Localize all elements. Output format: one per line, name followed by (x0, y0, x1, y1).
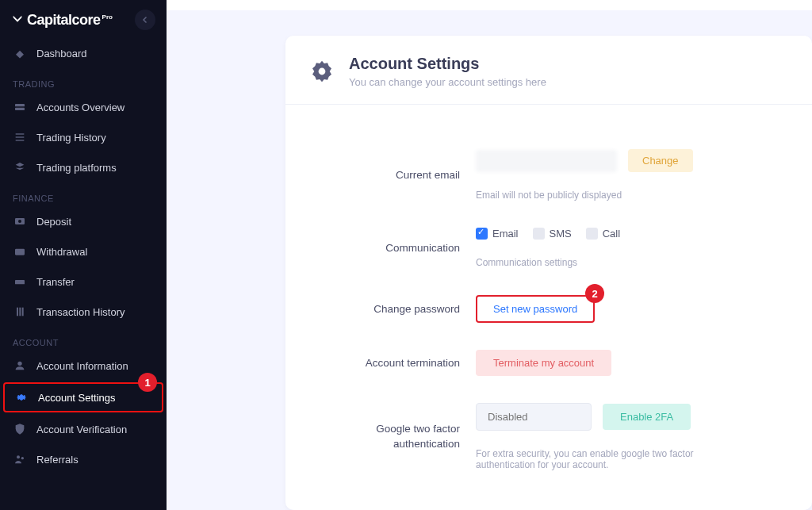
sidebar-item-trading-platforms[interactable]: Trading platforms (0, 152, 167, 182)
svg-point-6 (18, 220, 21, 223)
change-email-button[interactable]: Change (628, 149, 693, 172)
twofa-hint: For extra security, you can enable googl… (476, 448, 745, 470)
logo[interactable]: Capitalcore Pro (11, 12, 113, 29)
label-communication: Communication (317, 242, 476, 254)
platforms-icon (13, 160, 27, 174)
svg-rect-2 (16, 133, 25, 134)
sidebar-item-label: Deposit (36, 216, 71, 228)
sidebar-item-transaction-history[interactable]: Transaction History (0, 297, 167, 327)
communication-hint: Communication settings (476, 257, 780, 268)
logo-pro-badge: Pro (102, 13, 113, 21)
gear-icon (309, 59, 335, 84)
sidebar-item-label: Dashboard (36, 48, 87, 59)
sidebar-item-withdrawal[interactable]: Withdrawal (0, 236, 167, 267)
sidebar-collapse-button[interactable] (135, 10, 155, 30)
svg-point-15 (319, 68, 326, 75)
checkbox-label: Email (492, 228, 519, 240)
row-communication: Communication Email SMS (317, 228, 780, 268)
sidebar-item-account-settings[interactable]: 1 Account Settings (3, 382, 163, 412)
checkbox-email[interactable]: Email (476, 228, 519, 240)
sidebar-item-transfer[interactable]: Transfer (0, 267, 167, 297)
history-icon (13, 130, 27, 144)
sidebar-item-label: Trading platforms (36, 162, 117, 174)
row-change-password: Change password 2 Set new password (317, 295, 780, 323)
card-header: Account Settings You can change your acc… (285, 36, 812, 105)
label-change-password: Change password (317, 303, 476, 315)
svg-rect-8 (15, 280, 25, 284)
sidebar-item-label: Withdrawal (36, 246, 87, 258)
svg-point-14 (21, 457, 24, 459)
withdrawal-icon (13, 244, 27, 259)
shield-check-icon (13, 422, 27, 436)
transaction-history-icon (13, 305, 27, 319)
svg-rect-10 (19, 308, 21, 316)
svg-rect-3 (16, 136, 25, 137)
transfer-icon (13, 274, 27, 289)
row-two-factor: Google two factor authentication Enable … (317, 403, 780, 470)
sidebar-item-label: Transfer (36, 276, 75, 288)
accounts-icon (13, 100, 27, 114)
sidebar-item-label: Referrals (36, 454, 79, 466)
label-two-factor: Google two factor authentication (317, 422, 476, 451)
set-new-password-button[interactable]: Set new password (476, 295, 595, 323)
sidebar: Capitalcore Pro ◆ Dashboard TRADING Acco… (0, 0, 167, 510)
sidebar-item-label: Account Verification (36, 424, 127, 435)
svg-rect-1 (15, 108, 25, 110)
sidebar-header: Capitalcore Pro (0, 0, 167, 38)
email-hint: Email will not be publicly displayed (476, 190, 780, 201)
twofa-status-input[interactable] (476, 403, 592, 431)
sidebar-item-trading-history[interactable]: Trading History (0, 122, 167, 152)
sidebar-item-referrals[interactable]: Referrals (0, 444, 167, 474)
checkbox-label: SMS (550, 228, 572, 240)
label-current-email: Current email (317, 169, 476, 181)
sidebar-section-finance: FINANCE (0, 182, 167, 206)
row-account-termination: Account termination Terminate my account (317, 350, 780, 376)
page-subtitle: You can change your account settings her… (349, 76, 546, 88)
enable-2fa-button[interactable]: Enable 2FA (603, 404, 691, 430)
sidebar-item-account-verification[interactable]: Account Verification (0, 414, 167, 444)
email-value-redacted (476, 150, 617, 172)
settings-card: Account Settings You can change your acc… (285, 36, 812, 510)
callout-marker-1: 1 (138, 373, 157, 392)
sidebar-item-accounts-overview[interactable]: Accounts Overview (0, 92, 167, 122)
page-title: Account Settings (349, 55, 546, 73)
logo-text: Capitalcore (27, 12, 101, 29)
terminate-account-button[interactable]: Terminate my account (476, 350, 611, 376)
main-content: Account Settings You can change your acc… (167, 0, 812, 510)
sidebar-item-label: Transaction History (36, 306, 125, 318)
svg-rect-0 (15, 104, 25, 106)
sidebar-item-label: Account Settings (38, 392, 116, 404)
callout-marker-2: 2 (585, 284, 604, 303)
sidebar-item-dashboard[interactable]: ◆ Dashboard (0, 38, 167, 68)
sidebar-item-deposit[interactable]: Deposit (0, 206, 167, 236)
svg-rect-11 (22, 308, 24, 316)
row-current-email: Current email Change Email will not be p… (317, 149, 780, 201)
logo-icon (11, 13, 24, 26)
svg-rect-9 (17, 308, 18, 316)
sidebar-item-label: Trading History (36, 132, 106, 144)
sidebar-item-label: Account Information (36, 360, 128, 372)
label-account-termination: Account termination (317, 357, 476, 369)
svg-rect-4 (16, 140, 25, 140)
checkbox-icon (476, 228, 488, 240)
sidebar-section-trading: TRADING (0, 68, 167, 92)
gear-icon (14, 390, 29, 405)
deposit-icon (13, 214, 27, 228)
checkbox-label: Call (603, 228, 620, 240)
sidebar-item-label: Accounts Overview (36, 102, 124, 113)
set-password-wrapper: 2 Set new password (476, 295, 595, 323)
dashboard-icon: ◆ (13, 46, 27, 60)
checkbox-call[interactable]: Call (586, 228, 620, 240)
user-icon (13, 359, 27, 373)
svg-point-12 (17, 362, 21, 366)
topbar (167, 0, 812, 10)
checkbox-icon (533, 228, 545, 240)
svg-point-13 (17, 455, 20, 458)
checkbox-icon (586, 228, 598, 240)
checkbox-sms[interactable]: SMS (533, 228, 572, 240)
sidebar-section-account: ACCOUNT (0, 327, 167, 351)
svg-rect-7 (15, 249, 25, 255)
users-icon (13, 452, 27, 466)
